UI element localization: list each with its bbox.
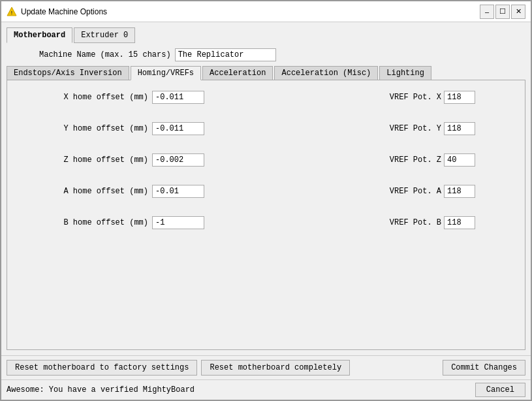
tab-endstops[interactable]: Endstops/Axis Inversion bbox=[7, 66, 129, 80]
field-input-3[interactable] bbox=[152, 185, 204, 198]
field-row-3: A home offset (mm) VREF Pot. A bbox=[18, 185, 514, 198]
field-input-0[interactable] bbox=[152, 91, 204, 104]
top-tabs: Motherboard Extruder 0 bbox=[7, 27, 525, 43]
title-bar-buttons: – ☐ ✕ bbox=[480, 5, 525, 19]
machine-name-row: Machine Name (max. 15 chars) bbox=[7, 48, 525, 61]
field-row-4: B home offset (mm) VREF Pot. B bbox=[18, 216, 514, 229]
machine-name-input[interactable] bbox=[175, 48, 276, 61]
title-bar-left: ! Update Machine Options bbox=[7, 7, 107, 17]
field-row-2: Z home offset (mm) VREF Pot. Z bbox=[18, 153, 514, 167]
close-button[interactable]: ✕ bbox=[511, 5, 525, 19]
vref-input-2[interactable] bbox=[444, 153, 475, 167]
tab-lighting[interactable]: Lighting bbox=[379, 66, 431, 80]
vref-group-0: VREF Pot. X bbox=[390, 91, 514, 104]
bottom-bar: Reset motherboard to factory settings Re… bbox=[1, 355, 531, 379]
status-bar: Awesome: You have a verified MightyBoard… bbox=[1, 379, 531, 400]
reset-factory-button[interactable]: Reset motherboard to factory settings bbox=[7, 360, 197, 376]
field-input-1[interactable] bbox=[152, 122, 204, 135]
svg-text:!: ! bbox=[10, 10, 14, 16]
tab-homing[interactable]: Homing/VREFs bbox=[131, 66, 201, 80]
cancel-button[interactable]: Cancel bbox=[475, 383, 525, 397]
field-label-1: Y home offset (mm) bbox=[18, 124, 148, 133]
title-bar: ! Update Machine Options – ☐ ✕ bbox=[1, 1, 531, 22]
warning-icon: ! bbox=[7, 7, 17, 17]
commit-changes-button[interactable]: Commit Changes bbox=[443, 360, 525, 376]
vref-input-3[interactable] bbox=[444, 185, 475, 198]
vref-group-1: VREF Pot. Y bbox=[390, 122, 514, 135]
vref-group-4: VREF Pot. B bbox=[390, 216, 514, 229]
vref-label-1: VREF Pot. Y bbox=[390, 124, 441, 133]
vref-input-4[interactable] bbox=[444, 216, 475, 229]
status-text: Awesome: You have a verified MightyBoard bbox=[7, 385, 195, 394]
tab-motherboard[interactable]: Motherboard bbox=[7, 27, 72, 43]
sub-tabs: Endstops/Axis Inversion Homing/VREFs Acc… bbox=[7, 65, 525, 80]
field-row-1: Y home offset (mm) VREF Pot. Y bbox=[18, 122, 514, 135]
minimize-button[interactable]: – bbox=[480, 5, 494, 19]
vref-label-4: VREF Pot. B bbox=[390, 218, 441, 227]
vref-label-0: VREF Pot. X bbox=[390, 93, 441, 102]
vref-input-0[interactable] bbox=[444, 91, 475, 104]
tab-acceleration[interactable]: Acceleration bbox=[202, 66, 273, 80]
field-input-4[interactable] bbox=[152, 216, 204, 229]
window-title: Update Machine Options bbox=[21, 7, 107, 16]
maximize-button[interactable]: ☐ bbox=[495, 5, 510, 19]
main-window: ! Update Machine Options – ☐ ✕ Motherboa… bbox=[0, 0, 532, 401]
reset-completely-button[interactable]: Reset motherboard completely bbox=[201, 360, 350, 376]
field-label-3: A home offset (mm) bbox=[18, 187, 148, 196]
vref-input-1[interactable] bbox=[444, 122, 475, 135]
field-input-2[interactable] bbox=[152, 153, 204, 167]
field-label-2: Z home offset (mm) bbox=[18, 155, 148, 165]
vref-group-2: VREF Pot. Z bbox=[390, 153, 514, 167]
machine-name-label: Machine Name (max. 15 chars) bbox=[39, 50, 171, 59]
content-area: Motherboard Extruder 0 Machine Name (max… bbox=[1, 22, 531, 355]
field-label-0: X home offset (mm) bbox=[18, 93, 148, 102]
field-row-0: X home offset (mm) VREF Pot. X bbox=[18, 91, 514, 104]
tab-acceleration-misc[interactable]: Acceleration (Misc) bbox=[274, 66, 378, 80]
field-label-4: B home offset (mm) bbox=[18, 218, 148, 227]
main-panel: X home offset (mm) VREF Pot. X Y home of… bbox=[7, 80, 525, 350]
vref-label-2: VREF Pot. Z bbox=[390, 155, 441, 165]
vref-label-3: VREF Pot. A bbox=[390, 187, 441, 196]
tab-extruder-0[interactable]: Extruder 0 bbox=[74, 27, 135, 43]
vref-group-3: VREF Pot. A bbox=[390, 185, 514, 198]
